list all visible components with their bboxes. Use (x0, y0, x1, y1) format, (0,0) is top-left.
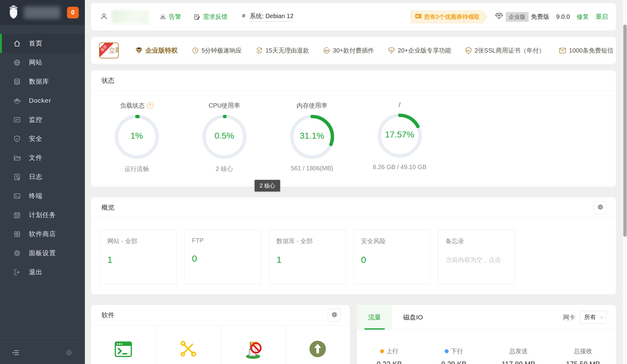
overview-card-security-risks[interactable]: 安全风险 0 (353, 229, 431, 284)
sidebar-item-settings[interactable]: 面板设置 (0, 243, 85, 263)
tab-disk-io[interactable]: 磁盘IO (392, 305, 434, 330)
overview-card-memo[interactable]: 备忘录 当前内容为空，点击 (438, 229, 515, 284)
disk-gauge: / 17.57% 8.26 GB / 49.10 GB (356, 101, 443, 173)
coupon-banner[interactable]: 您有2个优惠券待领取 (410, 10, 488, 24)
sidebar-item-terminal[interactable]: 终端 (0, 186, 85, 205)
overview-card-databases[interactable]: 数据库 - 全部 1 (269, 229, 346, 284)
sidebar-item-label: 终端 (29, 192, 42, 200)
ssl-icon: SSL (465, 47, 472, 54)
promo-paid-plugins: 30+ 30+款付费插件 (323, 46, 374, 55)
sidebar-item-files[interactable]: 文件 (0, 148, 85, 167)
sidebar-item-website[interactable]: 网站 (0, 53, 85, 72)
sidebar-item-logout[interactable]: 退出 (0, 263, 85, 282)
sidebar-item-docker[interactable]: Docker (0, 91, 85, 110)
software-app-tools[interactable] (156, 326, 221, 364)
help-icon[interactable]: ? (147, 102, 153, 109)
system-info: 系统: Debian 12 (240, 12, 293, 22)
memory-gauge-ring: 31.1% (289, 114, 335, 160)
overview-card-websites[interactable]: 网站 - 全部 1 (100, 229, 177, 284)
promo-ssl-certs: SSL 2张SSL商用证书（年付） (465, 46, 545, 55)
sidebar-item-appstore[interactable]: 软件商店 (0, 224, 85, 243)
user-icon (100, 13, 108, 21)
software-app-terminal[interactable] (91, 326, 156, 364)
software-header: 软件 (91, 305, 350, 326)
panel-version: 9.0.0 (556, 13, 570, 20)
nic-select[interactable]: 所有 ∨ (580, 311, 607, 324)
overview-section: 概览 网站 - 全部 1 FTP 0 数据库 - 全部 1 (91, 197, 616, 294)
software-settings-button[interactable] (328, 309, 341, 322)
refund-icon: ¥ (256, 47, 263, 54)
gear-icon (597, 204, 604, 211)
logo-row: 0 (0, 0, 85, 25)
database-icon (13, 77, 21, 85)
traffic-section: 流量 磁盘IO 网卡 所有 ∨ 上行 0.32 KB (357, 305, 616, 364)
sidebar-item-label: 计划任务 (29, 211, 56, 219)
upgrade-promo-bar: 推荐 立即升级 企业版特权 5分钟极速响应 ¥ 15天无理由退款 30+ (91, 37, 616, 64)
scrollbar-track[interactable] (623, 0, 627, 364)
cpu-gauge-ring: 0.5% (201, 114, 248, 160)
cpu-cores-tooltip: 2 核心 (255, 180, 280, 192)
promo-feature-list: 企业版特权 5分钟极速响应 ¥ 15天无理由退款 30+ 30+款付费插件 20… (135, 46, 616, 55)
upstream-dot-icon (380, 349, 384, 353)
sidebar-item-logs[interactable]: 日志 (0, 167, 85, 186)
sidebar-item-label: 安全 (29, 134, 42, 143)
status-gauges: 负载状态 ? 1% 运行流畅 CPU使用率 0.5% 2 核心 (91, 91, 616, 173)
load-gauge-ring: 1% (114, 114, 160, 160)
tab-traffic[interactable]: 流量 (357, 305, 392, 330)
alert-link[interactable]: 告警 (159, 13, 181, 21)
overview-settings-button[interactable] (594, 201, 607, 214)
log-icon (13, 173, 21, 181)
stat-total-received: 总接收 175.59 MB (551, 347, 615, 364)
sidebar-item-label: 退出 (29, 268, 42, 276)
sidebar-item-database[interactable]: 数据库 (0, 72, 85, 91)
notification-count-badge[interactable]: 0 (67, 7, 79, 18)
system-text: 系统: Debian 12 (250, 12, 293, 22)
feedback-label: 需求反馈 (203, 13, 228, 21)
software-section: 软件 (91, 305, 350, 364)
status-title: 状态 (101, 76, 114, 85)
sidebar-gear-icon[interactable] (65, 349, 73, 358)
bottom-row: 软件 (91, 305, 616, 364)
software-app-deploy[interactable] (220, 326, 285, 364)
sidebar-item-label: 监控 (29, 115, 42, 124)
calendar-icon (13, 211, 21, 219)
debian-icon (240, 13, 247, 21)
scrollbar-thumb[interactable] (623, 25, 627, 237)
memo-placeholder: 当前内容为空，点击 (446, 256, 507, 264)
feedback-link[interactable]: 需求反馈 (193, 13, 228, 21)
software-title: 软件 (101, 311, 114, 319)
home-icon (13, 39, 21, 47)
sidebar-item-security[interactable]: 安全 (0, 129, 85, 148)
docker-icon (13, 97, 21, 105)
main-content: 告警 需求反馈 系统: Debian 12 您有2个优惠券待领取 企业版 免费版 (85, 0, 627, 364)
restart-button[interactable]: 重启 (596, 13, 608, 21)
repair-button[interactable]: 修复 (577, 13, 589, 21)
promo-enterprise-privilege: 企业版特权 (135, 46, 178, 55)
monitor-icon (13, 116, 21, 124)
upgrade-now-button[interactable]: 推荐 立即升级 (99, 42, 119, 58)
mail-icon (559, 48, 566, 53)
stat-upstream: 上行 0.32 KB (357, 347, 422, 364)
nic-label: 网卡 (563, 313, 575, 322)
overview-card-ftp[interactable]: FTP 0 (184, 229, 261, 284)
edition-group: 企业版 免费版 (495, 12, 550, 22)
software-app-grid (91, 326, 350, 364)
edition-badge[interactable]: 企业版 (506, 12, 529, 22)
sidebar-item-cron[interactable]: 计划任务 (0, 205, 85, 224)
svg-text:30+: 30+ (325, 49, 329, 52)
memory-gauge: 内存使用率 31.1% 561 / 1806(MB) (268, 101, 356, 173)
cpu-gauge: CPU使用率 0.5% 2 核心 (181, 101, 268, 173)
overview-cards: 网站 - 全部 1 FTP 0 数据库 - 全部 1 安全风险 0 备忘录 (91, 218, 616, 284)
diamond-icon (135, 47, 143, 54)
globe-icon (13, 58, 21, 66)
collapse-sidebar-icon[interactable] (12, 349, 20, 358)
sidebar-item-home[interactable]: 首页 (0, 34, 85, 53)
sidebar-item-label: 数据库 (29, 77, 49, 86)
promo-fast-response: 5分钟极速响应 (192, 46, 242, 55)
chevron-down-icon: ∨ (600, 315, 603, 319)
load-gauge: 负载状态 ? 1% 运行流畅 (93, 101, 181, 173)
software-app-backup[interactable] (285, 326, 350, 364)
sidebar-item-monitor[interactable]: 监控 (0, 110, 85, 129)
redacted-server-name (24, 6, 60, 19)
downstream-dot-icon (445, 349, 449, 353)
